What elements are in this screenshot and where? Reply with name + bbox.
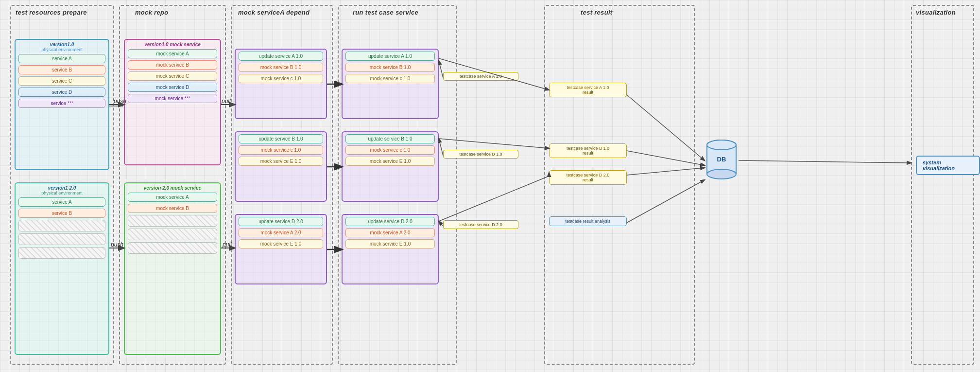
mock-v2-svc-B: mock service B: [128, 204, 217, 213]
run-g3-svc1: update service D 2.0: [345, 217, 435, 226]
mock-v1-svc-A: mock service A: [128, 49, 217, 58]
depend-g2-box: update service B 1.0 mock service c 1.0 …: [235, 131, 327, 202]
v2-env-label: version1 2.0 physical environment: [16, 183, 108, 195]
run-g3-svc2: mock service A 2.0: [345, 228, 435, 237]
testcase-B10: testcase service B 1.0: [443, 150, 518, 159]
mock-v1-svc-star: mock service ***: [128, 94, 217, 103]
run-g2-svc3: mock service E 1.0: [345, 157, 435, 166]
result-A10: testcase service A 1.0result: [549, 83, 627, 97]
svg-line-26: [739, 160, 911, 163]
mock-v1-label: version1.0 mock service: [125, 40, 220, 47]
v2-svc-5: [18, 247, 105, 259]
mock-v1-svc-B: mock service B: [128, 60, 217, 70]
dep-g2-svc3: mock service E 1.0: [239, 157, 323, 166]
depend-g1-box: update service A 1.0 mock service B 1.0 …: [235, 49, 327, 119]
dep-g3-svc1: update service D 2.0: [239, 217, 323, 226]
dep-g3-svc2: mock service A 2.0: [239, 228, 323, 237]
analysis-box: testcase result analysis: [549, 216, 627, 226]
mock-v2-box: version 2.0 mock service mock service A …: [124, 182, 221, 355]
v1-svc-C: service C: [18, 76, 105, 86]
dep-g1-svc2: mock service B 1.0: [239, 63, 323, 72]
svg-text:DB: DB: [717, 156, 726, 163]
mock-v2-svc-5: [128, 242, 217, 254]
pull-label-v2: pull: [223, 241, 232, 248]
sys-viz-box: system visualization: [916, 156, 980, 175]
dep-g2-svc2: mock service c 1.0: [239, 145, 323, 155]
main-canvas: test resources prepare mock repo mock se…: [0, 0, 980, 372]
push-label-v2: push: [111, 241, 123, 248]
header-run-test: run test case service: [353, 9, 418, 16]
db-cylinder: DB: [705, 136, 739, 185]
header-test-result: test result: [581, 9, 612, 16]
mock-v2-svc-A: mock service A: [128, 193, 217, 202]
svg-point-4: [707, 169, 736, 179]
v1-env-label: version1.0 physical environment: [16, 40, 108, 52]
v2-svc-B: service B: [18, 209, 105, 218]
v2-env-box: version1 2.0 physical environment servic…: [15, 182, 109, 355]
header-mock-serviceA: mock serviceA depend: [238, 9, 309, 16]
v1-svc-A: service A: [18, 54, 105, 63]
header-test-resources: test resources prepare: [16, 9, 87, 16]
v1-svc-D: service D: [18, 88, 105, 97]
dep-g3-svc3: mock service E 1.0: [239, 239, 323, 248]
mock-v1-svc-D: mock service D: [128, 83, 217, 92]
section-visualization: [911, 5, 974, 365]
result-B10: testcase service B 1.0result: [549, 143, 627, 158]
section-test-result: [544, 5, 695, 365]
v1-svc-star: service ***: [18, 99, 105, 108]
svg-point-5: [707, 140, 736, 150]
run-g3-box: update service D 2.0 mock service A 2.0 …: [342, 214, 439, 284]
header-mock-repo: mock repo: [135, 9, 168, 16]
v1-env-box: version1.0 physical environment service …: [15, 39, 109, 170]
depend-g3-box: update service D 2.0 mock service A 2.0 …: [235, 214, 327, 284]
v1-svc-B: service B: [18, 65, 105, 74]
v2-svc-4: [18, 233, 105, 245]
run-g1-box: update service A 1.0 mock service B 1.0 …: [342, 49, 439, 119]
run-g2-svc1: update service B 1.0: [345, 134, 435, 143]
mock-v1-box: version1.0 mock service mock service A m…: [124, 39, 221, 165]
mock-v2-label: version 2.0 mock service: [125, 183, 220, 191]
mock-v2-svc-4: [128, 229, 217, 240]
dep-g1-svc3: mock service c 1.0: [239, 74, 323, 83]
run-g3-svc3: mock service E 1.0: [345, 239, 435, 248]
run-g1-svc1: update service A 1.0: [345, 52, 435, 61]
mock-v2-svc-3: [128, 215, 217, 227]
v2-svc-3: [18, 220, 105, 231]
run-g1-svc2: mock service B 1.0: [345, 63, 435, 72]
header-visualization: visualization: [916, 9, 956, 16]
run-g2-box: update service B 1.0 mock service c 1.0 …: [342, 131, 439, 202]
run-g2-svc2: mock service c 1.0: [345, 145, 435, 155]
result-D20: testcase service D 2.0result: [549, 170, 627, 185]
v2-svc-A: service A: [18, 197, 105, 207]
dep-g2-svc1: update service B 1.0: [239, 134, 323, 143]
run-g1-svc3: mock service c 1.0: [345, 74, 435, 83]
dep-g1-svc1: update service A 1.0: [239, 52, 323, 61]
mock-v1-svc-C: mock service C: [128, 71, 217, 81]
testcase-D20: testcase service D 2.0: [443, 220, 518, 229]
testcase-A10: testcase service A 1.0: [443, 72, 518, 81]
